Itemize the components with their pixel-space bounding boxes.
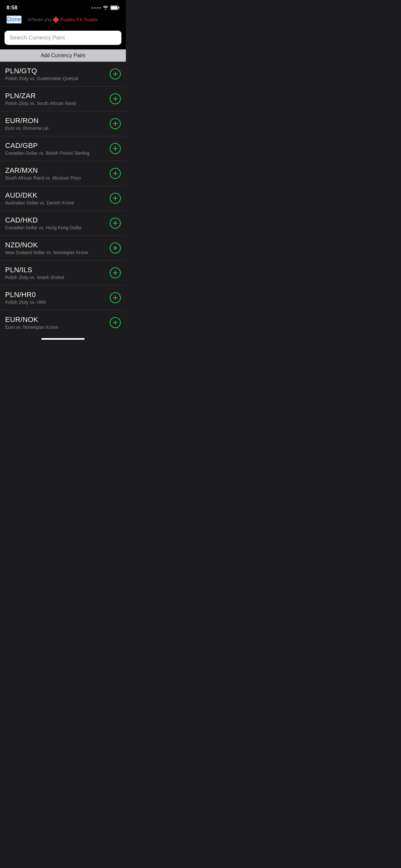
diamond-icon <box>53 17 59 23</box>
status-time: 8:58 <box>6 4 18 11</box>
list-item[interactable]: PLN/HR0 Polish Zloty vs. HR0 <box>0 285 126 310</box>
list-item[interactable]: EUR/NOK Euro vs. Norwegian Krone <box>0 310 126 335</box>
status-bar: 8:58 <box>0 0 126 13</box>
plus-icon <box>113 171 118 176</box>
search-container <box>0 27 126 50</box>
list-item[interactable]: EUR/RON Euro vs. Romania Lei <box>0 112 126 136</box>
add-pair-button[interactable] <box>110 268 121 278</box>
currency-description: Euro vs. Romania Lei <box>5 126 110 131</box>
section-header: Add Currency Pairs <box>0 50 126 62</box>
currency-pair: EUR/RON <box>5 117 110 125</box>
nav-title-hebrew: בנק הפועלים <box>28 17 52 22</box>
list-item[interactable]: NZD/NOK New Zealand Dollar vs. Norwegian… <box>0 236 126 260</box>
currency-pair: EUR/NOK <box>5 315 110 324</box>
currency-description: Euro vs. Norwegian Krone <box>5 324 110 330</box>
currency-list: PLN/GTQ Polish Zloty vs. Guatemalan Quet… <box>0 62 126 335</box>
plus-icon <box>113 245 118 251</box>
currency-pair: PLN/ILS <box>5 266 110 274</box>
currency-description: Australian Dollar vs. Danish Krone <box>5 200 110 206</box>
currency-description: Polish Zloty vs. Guatemalan Quetzal <box>5 76 110 81</box>
currency-info: PLN/HR0 Polish Zloty vs. HR0 <box>5 290 110 305</box>
add-pair-button[interactable] <box>110 218 121 228</box>
currency-info: PLN/ZAR Polish Zloty vs. South African R… <box>5 92 110 106</box>
plus-icon <box>113 221 118 226</box>
add-pair-button[interactable] <box>110 93 121 104</box>
list-item[interactable]: AUD/DKK Australian Dollar vs. Danish Kro… <box>0 186 126 211</box>
list-item[interactable]: CAD/GBP Canadian Dollar vs. British Poun… <box>0 136 126 161</box>
add-pair-button[interactable] <box>110 317 121 328</box>
currency-info: EUR/NOK Euro vs. Norwegian Krone <box>5 315 110 330</box>
plus-icon <box>113 320 118 325</box>
currency-description: Polish Zloty vs. South African Rand <box>5 101 110 106</box>
currency-description: Polish Zloty vs. Israeli Shekel <box>5 275 110 280</box>
plus-icon <box>113 146 118 151</box>
svg-rect-1 <box>119 7 120 9</box>
list-item[interactable]: ZAR/MXN South African Rand vs. Mexican P… <box>0 161 126 186</box>
currency-pair: PLN/GTQ <box>5 67 110 75</box>
currency-pair: AUD/DKK <box>5 191 110 199</box>
plus-icon <box>113 270 118 275</box>
signal-icon <box>91 7 101 9</box>
status-icons <box>91 5 120 10</box>
add-pair-button[interactable] <box>110 168 121 179</box>
add-pair-button[interactable] <box>110 243 121 253</box>
plus-icon <box>113 295 118 300</box>
brand-name: Poalim FX Trader <box>60 17 98 22</box>
currency-info: PLN/GTQ Polish Zloty vs. Guatemalan Quet… <box>5 67 110 81</box>
currency-description: Polish Zloty vs. HR0 <box>5 300 110 305</box>
plus-icon <box>113 196 118 201</box>
currency-pair: PLN/HR0 <box>5 290 110 299</box>
section-header-label: Add Currency Pairs <box>41 53 86 58</box>
add-pair-button[interactable] <box>110 118 121 129</box>
currency-info: CAD/HKD Canadian Dollar vs. Hong Kong Do… <box>5 216 110 230</box>
search-input-wrapper <box>4 31 121 45</box>
list-item[interactable]: PLN/ILS Polish Zloty vs. Israeli Shekel <box>0 260 126 285</box>
home-indicator <box>0 335 126 342</box>
plus-icon <box>113 96 118 101</box>
plus-icon <box>113 71 118 76</box>
battery-icon <box>111 5 120 10</box>
currency-info: NZD/NOK New Zealand Dollar vs. Norwegian… <box>5 241 110 255</box>
svg-rect-2 <box>111 6 118 9</box>
currency-description: Canadian Dollar vs. British Pound Sterli… <box>5 151 110 156</box>
home-bar <box>41 338 85 340</box>
currency-pair: NZD/NOK <box>5 241 110 249</box>
add-pair-button[interactable] <box>110 292 121 303</box>
add-pair-button[interactable] <box>110 68 121 80</box>
currency-description: South African Rand vs. Mexican Peso <box>5 175 110 181</box>
currency-info: EUR/RON Euro vs. Romania Lei <box>5 117 110 131</box>
list-item[interactable]: CAD/HKD Canadian Dollar vs. Hong Kong Do… <box>0 211 126 236</box>
currency-pair: CAD/GBP <box>5 142 110 150</box>
currency-info: AUD/DKK Australian Dollar vs. Danish Kro… <box>5 191 110 206</box>
nav-title: בנק הפועלים Poalim FX Trader <box>28 17 98 22</box>
done-button[interactable]: Done <box>6 16 22 24</box>
list-item[interactable]: PLN/ZAR Polish Zloty vs. South African R… <box>0 87 126 112</box>
nav-bar: Done בנק הפועלים Poalim FX Trader <box>0 13 126 27</box>
currency-info: PLN/ILS Polish Zloty vs. Israeli Shekel <box>5 266 110 280</box>
currency-pair: CAD/HKD <box>5 216 110 224</box>
list-item[interactable]: PLN/GTQ Polish Zloty vs. Guatemalan Quet… <box>0 62 126 87</box>
wifi-icon <box>103 5 109 10</box>
currency-info: CAD/GBP Canadian Dollar vs. British Poun… <box>5 142 110 156</box>
add-pair-button[interactable] <box>110 143 121 154</box>
currency-description: Canadian Dollar vs. Hong Kong Dollar <box>5 225 110 230</box>
plus-icon <box>113 121 118 126</box>
search-input[interactable] <box>10 35 116 41</box>
currency-info: ZAR/MXN South African Rand vs. Mexican P… <box>5 166 110 181</box>
currency-description: New Zealand Dollar vs. Norwegian Krone <box>5 250 110 255</box>
currency-pair: ZAR/MXN <box>5 166 110 175</box>
add-pair-button[interactable] <box>110 193 121 204</box>
currency-pair: PLN/ZAR <box>5 92 110 100</box>
